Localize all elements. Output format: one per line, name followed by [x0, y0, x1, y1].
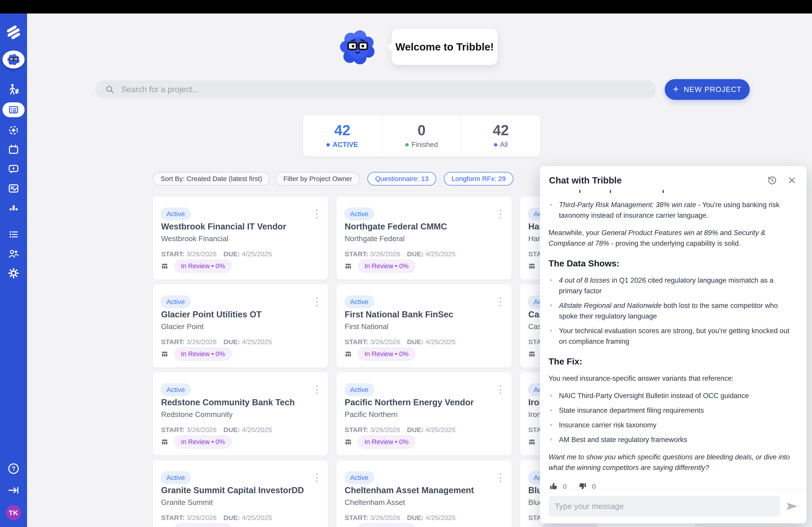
stat-active[interactable]: 42 ACTIVE	[303, 116, 382, 156]
active-dot	[327, 143, 330, 147]
kebab-menu-icon[interactable]	[315, 472, 319, 483]
longform-chip[interactable]: Longform RFx: 29	[444, 172, 513, 185]
chat-input-field[interactable]	[549, 496, 780, 517]
table-icon	[528, 350, 535, 358]
stat-all[interactable]: 42 All	[461, 116, 540, 156]
sidebar-item-handoff[interactable]	[0, 83, 27, 95]
sidebar-item-calendar[interactable]	[0, 144, 27, 156]
svg-text:?: ?	[12, 465, 15, 472]
table-icon	[161, 262, 168, 270]
table-icon	[345, 438, 352, 446]
chat-message: Third-Party Risk Management: 38% win rat…	[540, 190, 807, 489]
project-card[interactable]: Active Granite Summit Capital InvestorDD…	[153, 460, 328, 527]
review-progress-badge: In Review • 0%	[358, 523, 416, 527]
chat-panel: Chat with Tribble Third-Party Risk Manag…	[540, 166, 807, 523]
project-dates: START: 3/26/2026 DUE: 4/25/2025	[161, 338, 272, 346]
user-avatar[interactable]: TK	[0, 506, 27, 520]
kebab-menu-icon[interactable]	[315, 296, 319, 308]
search-input[interactable]	[121, 85, 656, 94]
project-card[interactable]: Active Cheltenham Asset Management Chelt…	[336, 460, 511, 527]
review-progress-badge: In Review • 0%	[174, 259, 232, 273]
project-card[interactable]: Active Redstone Community Bank Tech Reds…	[153, 372, 328, 455]
kebab-menu-icon[interactable]	[498, 384, 503, 395]
new-project-button[interactable]: + NEW PROJECT	[665, 79, 750, 100]
sidebar-item-help[interactable]: ?	[0, 462, 27, 475]
filter-chips: Sort By: Created Date (latest first) Fil…	[153, 172, 513, 185]
chat-heading-fix: The Fix:	[549, 356, 797, 367]
project-footer: In Review • 0%	[161, 523, 232, 527]
tribble-avatar	[2, 50, 25, 69]
close-icon[interactable]	[787, 176, 797, 185]
thumbs-up-icon[interactable]	[549, 482, 558, 490]
sidebar-item-tasks[interactable]	[0, 182, 27, 195]
finished-dot	[405, 143, 409, 147]
kebab-menu-icon[interactable]	[498, 208, 503, 220]
plus-icon: +	[673, 84, 679, 94]
user-initials: TK	[6, 506, 21, 520]
project-company: Northgate Federal	[345, 235, 405, 243]
active-item-pill	[2, 102, 25, 117]
status-badge: Active	[161, 295, 191, 308]
kebab-menu-icon[interactable]	[498, 472, 503, 483]
calendar-icon	[7, 144, 20, 156]
project-card[interactable]: Active Glacier Point Utilities OT Glacie…	[153, 284, 328, 367]
chat-bullet: 4 out of 8 losses in Q1 2026 cited regul…	[549, 275, 797, 296]
sidebar-item-team[interactable]	[0, 247, 27, 260]
thumbs-down-icon[interactable]	[578, 482, 587, 490]
chat-header: Chat with Tribble	[540, 166, 807, 190]
sidebar-item-tribble-assistant[interactable]	[0, 50, 27, 69]
send-icon[interactable]	[786, 502, 798, 510]
tribble-logo-icon[interactable]	[0, 24, 27, 41]
project-search[interactable]	[96, 80, 656, 99]
project-footer: In Review • 0%	[528, 523, 599, 527]
project-card[interactable]: Active First National Bank FinSec First …	[336, 284, 511, 367]
top-black-bar	[0, 0, 812, 14]
welcome-bubble: Welcome to Tribble!	[392, 29, 497, 65]
sidebar-item-projects-active[interactable]	[0, 102, 27, 117]
chat-title: Chat with Tribble	[549, 175, 767, 185]
project-title: Cheltenham Asset Management	[345, 485, 474, 495]
search-icon	[105, 85, 115, 94]
table-icon	[161, 438, 168, 446]
project-company: Glacier Point	[161, 322, 204, 331]
table-icon	[528, 438, 535, 446]
project-company: Cheltenham Asset	[345, 498, 405, 507]
project-footer: In Review • 0%	[345, 523, 416, 527]
sidebar-item-sync[interactable]	[0, 124, 27, 137]
chat-bubble-icon	[7, 163, 20, 175]
project-title: Granite Summit Capital InvestorDD	[161, 485, 304, 495]
review-progress-badge: In Review • 0%	[174, 347, 232, 361]
filter-owner-chip[interactable]: Filter by Project Owner	[276, 172, 360, 185]
project-footer: In Review • 0%	[345, 347, 416, 361]
project-company: First National	[345, 322, 388, 331]
questionnaire-chip[interactable]: Questionnaire: 13	[367, 172, 436, 185]
projects-icon	[7, 104, 20, 116]
project-card[interactable]: Active Westbrook Financial IT Vendor Wes…	[153, 197, 328, 280]
history-icon[interactable]	[767, 175, 777, 185]
table-icon	[345, 526, 352, 527]
stat-finished[interactable]: 0 Finished	[382, 116, 461, 156]
sidebar-item-settings[interactable]	[0, 267, 27, 280]
kebab-menu-icon[interactable]	[498, 296, 503, 308]
bar-chart-icon	[7, 201, 20, 214]
project-title: Redstone Community Bank Tech	[161, 397, 295, 407]
project-title: Northgate Federal CMMC	[345, 222, 447, 231]
project-footer: In Review • 0%	[161, 435, 232, 449]
message-input[interactable]	[554, 501, 774, 511]
team-people-icon	[7, 247, 20, 260]
kebab-menu-icon[interactable]	[315, 208, 319, 220]
project-footer: In Review • 0%	[161, 347, 232, 361]
sidebar-item-sign-out[interactable]	[0, 484, 27, 497]
sidebar-item-list[interactable]	[0, 228, 27, 241]
sync-sparkle-icon	[7, 124, 20, 137]
project-card[interactable]: Active Pacific Northern Energy Vendor Pa…	[336, 372, 511, 455]
sidebar-item-chat[interactable]	[0, 163, 27, 175]
sidebar-item-analytics[interactable]	[0, 201, 27, 214]
kebab-menu-icon[interactable]	[315, 384, 319, 395]
all-dot	[494, 143, 497, 147]
project-company: Pacific Northern	[345, 410, 398, 419]
project-title: Glacier Point Utilities OT	[161, 310, 262, 319]
dislike-count: 0	[592, 481, 596, 489]
sort-by-chip[interactable]: Sort By: Created Date (latest first)	[153, 172, 270, 185]
project-card[interactable]: Active Northgate Federal CMMC Northgate …	[336, 197, 511, 280]
